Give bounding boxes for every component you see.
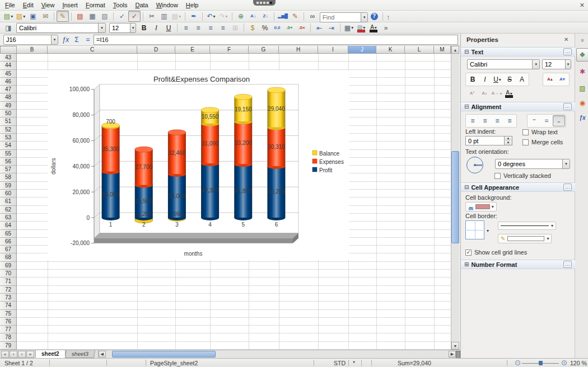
merge-cells-checkbox[interactable]: Merge cells bbox=[522, 139, 563, 145]
sort-descending-button[interactable]: Z↓ bbox=[259, 11, 272, 22]
spelling-button[interactable]: ✓ bbox=[116, 11, 128, 22]
row-header-57[interactable]: 57 bbox=[0, 166, 17, 173]
shadow-button[interactable]: A bbox=[516, 74, 528, 85]
print-preview-button[interactable]: ▧ bbox=[99, 11, 111, 22]
column-header-I[interactable]: I bbox=[318, 46, 348, 54]
sheet-tab-sheet2[interactable]: sheet2 bbox=[35, 350, 66, 358]
add-decimal-place-button[interactable]: .0+ bbox=[283, 22, 296, 34]
bold-button[interactable]: B bbox=[138, 22, 150, 34]
italic-button[interactable]: I bbox=[479, 74, 491, 85]
scroll-up-icon[interactable]: ▲ bbox=[451, 46, 459, 54]
checkbox-box[interactable] bbox=[494, 173, 501, 179]
first-sheet-button[interactable]: « bbox=[1, 351, 9, 358]
column-header-C[interactable]: C bbox=[48, 46, 137, 54]
vertically-stacked-checkbox[interactable]: Vertically stacked bbox=[494, 172, 551, 179]
section-header-text[interactable]: ⊟ Text … bbox=[461, 47, 575, 57]
stepper-up-icon[interactable]: ▲ bbox=[505, 137, 512, 141]
menu-window[interactable]: Window bbox=[152, 1, 182, 10]
show-draw-functions-button[interactable]: ✎ bbox=[289, 11, 301, 22]
row-header-59[interactable]: 59 bbox=[0, 182, 17, 190]
open-file-dropdown-arrow[interactable]: ▾ bbox=[23, 14, 25, 19]
align-left-button[interactable]: ≡ bbox=[466, 115, 479, 126]
redo-dropdown-arrow[interactable]: ▾ bbox=[226, 14, 228, 19]
border-line-style-button[interactable]: ▾ bbox=[498, 222, 556, 230]
borders-button[interactable]: ▦▾ bbox=[343, 22, 355, 34]
decrease-font-size-button[interactable]: A▾ bbox=[556, 74, 568, 85]
row-header-49[interactable]: 49 bbox=[0, 102, 17, 110]
column-header-K[interactable]: K bbox=[376, 46, 405, 54]
sidebar-font-name-input[interactable] bbox=[468, 60, 532, 69]
scroll-down-icon[interactable]: ▼ bbox=[451, 342, 459, 350]
wrap-text-checkbox[interactable]: Wrap text bbox=[522, 129, 558, 135]
background-dropdown-arrow[interactable]: ▾ bbox=[492, 204, 494, 209]
next-sheet-button[interactable]: › bbox=[18, 351, 26, 358]
section-header-number-format[interactable]: ⊞ Number Format … bbox=[461, 260, 575, 269]
column-header-F[interactable]: F bbox=[210, 46, 249, 54]
close-document-icon[interactable]: ✕ bbox=[580, 2, 585, 9]
align-justified-button[interactable]: ≡ bbox=[217, 22, 229, 34]
export-pdf-button[interactable]: ▤ bbox=[74, 11, 86, 22]
section-header-alignment[interactable]: ⊟ Alignment … bbox=[461, 102, 575, 111]
sidebar-font-name-dropdown-arrow[interactable]: ▾ bbox=[532, 60, 539, 69]
more-options-icon[interactable]: … bbox=[563, 261, 572, 268]
row-header-58[interactable]: 58 bbox=[0, 173, 17, 181]
sidebar-toggle-button[interactable]: ◨ bbox=[2, 22, 15, 34]
paste-dropdown-arrow[interactable]: ▾ bbox=[179, 14, 181, 19]
align-right-button[interactable]: ≡ bbox=[491, 115, 503, 126]
collapse-icon[interactable]: ⊟ bbox=[464, 184, 469, 190]
edit-mode-button[interactable]: ✎ bbox=[57, 11, 69, 22]
orientation-dropdown-arrow[interactable]: ▾ bbox=[562, 159, 570, 168]
bold-button[interactable]: B bbox=[466, 74, 479, 85]
align-center-button[interactable]: ≡ bbox=[192, 22, 204, 34]
row-header-70[interactable]: 70 bbox=[0, 270, 17, 277]
border-picker[interactable] bbox=[465, 220, 484, 239]
row-header-64[interactable]: 64 bbox=[0, 222, 17, 229]
cell-reference-input[interactable] bbox=[4, 35, 51, 44]
status-sum[interactable]: Sum=29,040 bbox=[398, 360, 431, 366]
orientation-dial[interactable] bbox=[466, 157, 483, 173]
row-header-62[interactable]: 62 bbox=[0, 206, 17, 214]
new-document-dropdown-arrow[interactable]: ▾ bbox=[11, 14, 13, 19]
send-email-button[interactable]: ✉ bbox=[39, 11, 52, 22]
row-header-47[interactable]: 47 bbox=[0, 86, 17, 93]
expand-icon[interactable]: ⊞ bbox=[464, 261, 469, 267]
row-header-75[interactable]: 75 bbox=[0, 310, 17, 318]
column-header-H[interactable]: H bbox=[279, 46, 318, 54]
menu-help[interactable]: Help bbox=[182, 1, 203, 10]
find-replace-button[interactable]: ∞ bbox=[306, 11, 319, 22]
undo-button[interactable]: ↶▾ bbox=[205, 11, 217, 22]
zoom-in-icon[interactable]: + bbox=[562, 360, 567, 365]
increase-indent-button[interactable]: ⇥ bbox=[325, 22, 338, 34]
row-header-78[interactable]: 78 bbox=[0, 333, 17, 341]
chart-object[interactable]: -20,000020,00040,00060,00080,000100,0003… bbox=[48, 70, 349, 260]
row-header-76[interactable]: 76 bbox=[0, 318, 17, 326]
font-name-input[interactable] bbox=[17, 23, 98, 32]
last-sheet-button[interactable]: » bbox=[26, 351, 34, 358]
row-header-77[interactable]: 77 bbox=[0, 326, 17, 333]
border-picker-dropdown-arrow[interactable]: ▾ bbox=[487, 228, 489, 233]
column-header-L[interactable]: L bbox=[405, 46, 434, 54]
print-button[interactable]: ▦ bbox=[86, 11, 99, 22]
scroll-left-icon[interactable]: ◀ bbox=[99, 351, 106, 357]
function-wizard-icon[interactable]: ƒx bbox=[60, 35, 71, 44]
sheet-tab-sheet3[interactable]: sheet3 bbox=[65, 350, 95, 358]
styles-deck-tab[interactable]: ✱ bbox=[576, 65, 588, 78]
menu-tools[interactable]: Tools bbox=[109, 1, 132, 10]
row-header-72[interactable]: 72 bbox=[0, 286, 17, 294]
row-header-65[interactable]: 65 bbox=[0, 230, 17, 238]
functions-deck-tab[interactable]: ƒx bbox=[576, 111, 588, 124]
zoom-slider[interactable]: − + bbox=[515, 360, 567, 366]
collapse-icon[interactable]: ⊟ bbox=[464, 103, 469, 110]
increase-font-size-button[interactable]: A▴ bbox=[544, 74, 556, 85]
row-header-71[interactable]: 71 bbox=[0, 277, 17, 285]
toolbar-overflow-button[interactable]: » bbox=[380, 22, 392, 34]
zoom-out-icon[interactable]: − bbox=[515, 360, 520, 365]
borders-dropdown-arrow[interactable]: ▾ bbox=[351, 25, 353, 30]
column-header-M[interactable]: M bbox=[434, 46, 451, 54]
underline-dropdown-arrow[interactable]: ▾ bbox=[499, 77, 501, 82]
select-all-corner[interactable] bbox=[0, 46, 17, 54]
selection-mode[interactable]: STD bbox=[334, 360, 346, 366]
sidebar-settings-tab[interactable]: ≡ bbox=[576, 36, 588, 45]
align-bottom-button[interactable]: ₌ bbox=[553, 115, 565, 126]
find-next-button[interactable]: ↓ bbox=[370, 12, 382, 23]
